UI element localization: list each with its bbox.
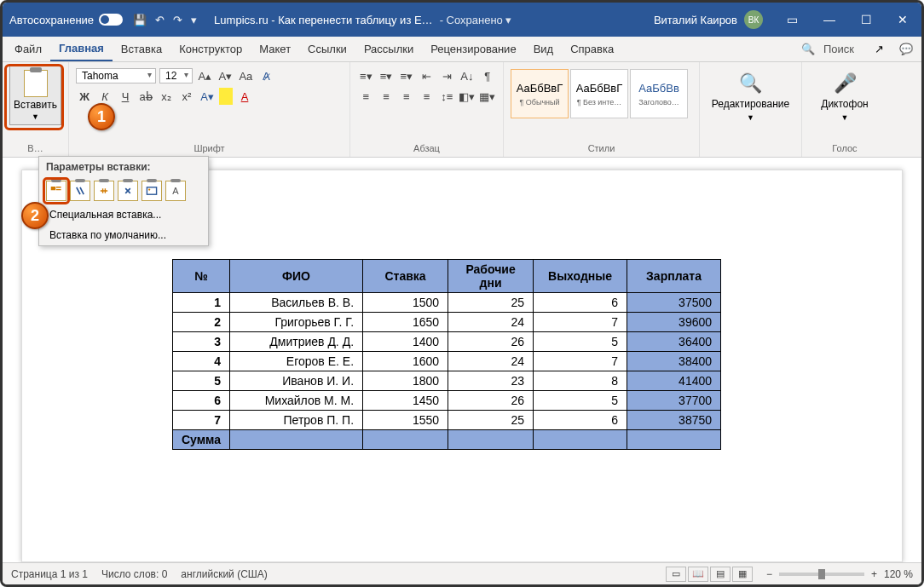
print-layout-icon[interactable]: ▤ <box>710 567 731 582</box>
subscript-icon[interactable]: x₂ <box>158 88 175 105</box>
comments-icon[interactable]: 💬 <box>894 39 918 59</box>
col-days: Рабочие дни <box>448 260 534 293</box>
autosave-toggle[interactable]: Автосохранение <box>9 14 123 26</box>
zoom-slider[interactable] <box>779 573 864 576</box>
paste-picture-icon[interactable] <box>141 181 162 201</box>
table-row: 6Михайлов М. М.145026537700 <box>173 391 721 411</box>
undo-icon[interactable]: ↶ <box>155 14 165 26</box>
share-icon[interactable]: ↗ <box>869 39 889 59</box>
editing-label[interactable]: Редактирование <box>712 98 789 110</box>
web-layout-icon[interactable]: ▦ <box>732 567 753 582</box>
user-account[interactable]: Виталий Каиров ВК <box>654 10 763 29</box>
bullets-icon[interactable]: ≡▾ <box>357 67 375 84</box>
numbering-icon[interactable]: ≡▾ <box>378 67 396 84</box>
tab-design[interactable]: Конструктор <box>170 37 251 60</box>
clear-format-icon[interactable]: A̷ <box>257 67 274 84</box>
zoom-level[interactable]: 120 % <box>884 568 913 580</box>
style-normal[interactable]: АаБбВвГ ¶ Обычный <box>511 69 569 118</box>
italic-icon[interactable]: К <box>96 88 113 105</box>
data-table: № ФИО Ставка Рабочие дни Выходные Зарпла… <box>172 259 721 450</box>
bold-icon[interactable]: Ж <box>76 88 93 105</box>
paste-default-menuitem[interactable]: Вставка по умолчанию... <box>39 225 208 245</box>
line-spacing-icon[interactable]: ↕≡ <box>438 88 456 105</box>
close-icon[interactable]: ✕ <box>891 9 915 30</box>
avatar: ВК <box>744 10 763 29</box>
search-button[interactable]: 🔍 Поиск <box>796 39 864 59</box>
callout-badge-1: 1 <box>88 103 115 130</box>
strike-icon[interactable]: ab̶ <box>137 88 154 105</box>
grow-font-icon[interactable]: A▴ <box>196 67 213 84</box>
page-indicator[interactable]: Страница 1 из 1 <box>11 568 88 580</box>
multilevel-icon[interactable]: ≡▾ <box>397 67 415 84</box>
highlight-icon[interactable] <box>219 88 233 105</box>
svg-point-1 <box>148 188 150 190</box>
toggle-icon[interactable] <box>99 14 123 26</box>
styles-group: АаБбВвГ ¶ Обычный АаБбВвГ ¶ Без инте… Аа… <box>504 62 700 157</box>
sort-icon[interactable]: A↓ <box>459 67 476 84</box>
paste-link-dest-icon[interactable] <box>118 181 138 201</box>
tab-layout[interactable]: Макет <box>251 37 299 60</box>
window-controls: ▭ — ☐ ✕ <box>780 9 915 30</box>
style-nospacing[interactable]: АаБбВвГ ¶ Без инте… <box>570 69 628 118</box>
tab-insert[interactable]: Вставка <box>113 37 170 60</box>
paste-link-source-icon[interactable] <box>94 181 114 201</box>
paste-button[interactable]: Вставить ▼ <box>9 66 61 125</box>
word-count[interactable]: Число слов: 0 <box>101 568 167 580</box>
pilcrow-icon[interactable]: ¶ <box>478 67 496 84</box>
paste-special-menuitem[interactable]: Специальная вставка... <box>39 204 208 225</box>
superscript-icon[interactable]: x² <box>178 88 195 105</box>
cell-off: 7 <box>534 352 627 371</box>
tab-references[interactable]: Ссылки <box>299 37 355 60</box>
text-effects-icon[interactable]: A▾ <box>199 88 216 105</box>
tab-help[interactable]: Справка <box>562 37 622 60</box>
shading-icon[interactable]: ◧▾ <box>459 88 476 105</box>
font-color-icon[interactable]: A <box>236 88 253 105</box>
chevron-down-icon[interactable]: ▼ <box>841 113 849 122</box>
tab-review[interactable]: Рецензирование <box>422 37 524 60</box>
maximize-icon[interactable]: ☐ <box>854 9 879 30</box>
focus-mode-icon[interactable]: ▭ <box>666 567 686 582</box>
cell-rate: 1400 <box>363 332 448 352</box>
paste-text-only-icon[interactable]: A <box>165 181 186 201</box>
align-right-icon[interactable]: ≡ <box>397 88 415 105</box>
qat-more-icon[interactable]: ▾ <box>191 14 197 26</box>
shrink-font-icon[interactable]: A▾ <box>217 67 234 84</box>
justify-icon[interactable]: ≡ <box>418 88 436 105</box>
indent-icon[interactable]: ⇥ <box>438 67 456 84</box>
tab-mailings[interactable]: Рассылки <box>355 37 422 60</box>
tab-view[interactable]: Вид <box>525 37 563 60</box>
minimize-icon[interactable]: — <box>817 9 842 30</box>
paste-use-dest-icon[interactable] <box>70 181 90 201</box>
chevron-down-icon[interactable]: ▼ <box>32 112 39 121</box>
language-indicator[interactable]: английский (США) <box>181 568 267 580</box>
underline-icon[interactable]: Ч <box>117 88 134 105</box>
callout-badge-2: 2 <box>21 202 49 229</box>
microphone-icon[interactable]: 🎤 <box>834 72 857 95</box>
sum-row: Сумма <box>173 430 721 450</box>
align-left-icon[interactable]: ≡ <box>357 88 375 105</box>
font-name-combo[interactable]: Tahoma <box>76 68 156 83</box>
dictate-label[interactable]: Диктофон <box>821 98 868 110</box>
zoom-out-icon[interactable]: − <box>766 568 772 580</box>
borders-icon[interactable]: ▦▾ <box>478 88 496 105</box>
cell-rate: 1800 <box>363 371 448 391</box>
saved-indicator[interactable]: - Сохранено ▾ <box>440 14 512 26</box>
find-icon[interactable]: 🔍 <box>739 72 762 95</box>
cell-days: 26 <box>448 391 534 411</box>
table-row: 5Иванов И. И.180023841400 <box>173 371 721 391</box>
chevron-down-icon[interactable]: ▼ <box>747 113 754 122</box>
outdent-icon[interactable]: ⇤ <box>418 67 436 84</box>
align-center-icon[interactable]: ≡ <box>378 88 396 105</box>
zoom-in-icon[interactable]: + <box>871 568 877 580</box>
ribbon-options-icon[interactable]: ▭ <box>780 9 805 30</box>
change-case-icon[interactable]: Aa <box>237 67 254 84</box>
tab-home[interactable]: Главная <box>50 37 113 61</box>
tab-file[interactable]: Файл <box>6 37 50 60</box>
save-icon[interactable]: 💾 <box>133 14 147 26</box>
read-mode-icon[interactable]: 📖 <box>688 567 708 582</box>
style-heading1[interactable]: АаБбВв Заголово… <box>630 69 688 118</box>
redo-icon[interactable]: ↷ <box>173 14 182 26</box>
font-size-combo[interactable]: 12 <box>159 68 193 83</box>
clipboard-icon <box>24 70 48 97</box>
paste-keep-source-icon[interactable] <box>46 181 66 201</box>
